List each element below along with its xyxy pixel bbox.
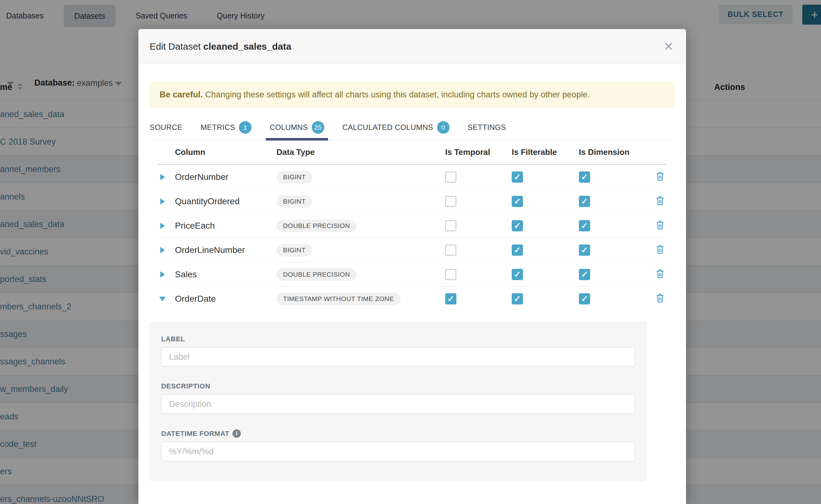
is-dimension-checkbox[interactable] bbox=[579, 293, 590, 304]
warning-text: Changing these settings will affect all … bbox=[203, 90, 590, 99]
trash-icon bbox=[655, 171, 665, 181]
modal-title-dataset-name: cleaned_sales_data bbox=[203, 41, 291, 52]
tab-settings-label: SETTINGS bbox=[468, 123, 506, 132]
trash-icon bbox=[655, 293, 665, 303]
is-temporal-checkbox[interactable] bbox=[445, 171, 457, 183]
label-field-label: LABEL bbox=[161, 335, 635, 343]
trash-icon bbox=[655, 269, 665, 279]
data-type-pill: DOUBLE PRECISION bbox=[276, 220, 356, 232]
tab-settings[interactable]: SETTINGS bbox=[468, 114, 506, 140]
is-temporal-checkbox[interactable] bbox=[445, 220, 457, 231]
is-filterable-checkbox[interactable] bbox=[512, 171, 523, 183]
tab-calculated-columns[interactable]: CALCULATED COLUMNS 0 bbox=[342, 114, 450, 140]
column-name: QuantityOrdered bbox=[175, 196, 276, 206]
column-name: Sales bbox=[175, 269, 276, 279]
data-type-pill: DOUBLE PRECISION bbox=[276, 268, 356, 281]
is-dimension-checkbox[interactable] bbox=[579, 245, 590, 256]
tab-source-label: SOURCE bbox=[150, 123, 182, 132]
is-filterable-header: Is Filterable bbox=[512, 147, 579, 157]
expand-caret-icon[interactable] bbox=[160, 174, 165, 180]
data-type-pill: BIGINT bbox=[276, 171, 312, 183]
warning-banner: Be careful. Changing these settings will… bbox=[150, 82, 675, 108]
is-temporal-checkbox[interactable] bbox=[445, 269, 457, 280]
delete-column-button[interactable] bbox=[655, 269, 665, 280]
expand-caret-icon[interactable] bbox=[160, 223, 165, 229]
tab-source[interactable]: SOURCE bbox=[150, 114, 182, 140]
datetime-format-input[interactable] bbox=[161, 442, 635, 461]
datetime-format-field-label: DATETIME FORMAT i bbox=[161, 429, 635, 438]
column-row-quantityordered: QuantityOrdered BIGINT bbox=[158, 189, 667, 214]
collapse-caret-icon[interactable] bbox=[159, 297, 166, 301]
columns-table: Column Data Type Is Temporal Is Filterab… bbox=[158, 141, 667, 311]
trash-icon bbox=[655, 196, 665, 206]
columns-count-badge: 25 bbox=[312, 121, 324, 134]
calculated-columns-count-badge: 0 bbox=[437, 121, 450, 134]
columns-table-header: Column Data Type Is Temporal Is Filterab… bbox=[158, 141, 667, 165]
is-temporal-checkbox[interactable] bbox=[445, 293, 457, 304]
expand-caret-icon[interactable] bbox=[160, 247, 165, 253]
is-filterable-checkbox[interactable] bbox=[512, 269, 523, 280]
expand-caret-icon[interactable] bbox=[160, 198, 165, 205]
is-dimension-checkbox[interactable] bbox=[579, 269, 590, 280]
data-type-header: Data Type bbox=[276, 147, 445, 157]
tab-metrics[interactable]: METRICS 1 bbox=[200, 114, 251, 140]
column-row-ordernumber: OrderNumber BIGINT bbox=[158, 165, 667, 189]
trash-icon bbox=[655, 220, 665, 230]
column-row-sales: Sales DOUBLE PRECISION bbox=[158, 262, 667, 287]
modal-title: Edit Dataset cleaned_sales_data bbox=[150, 41, 291, 52]
column-name: OrderNumber bbox=[175, 172, 276, 182]
is-dimension-header: Is Dimension bbox=[579, 147, 654, 157]
modal-tabbar: SOURCE METRICS 1 COLUMNS 25 CALCULATED C… bbox=[150, 114, 675, 141]
column-header: Column bbox=[175, 147, 276, 157]
expand-caret-icon[interactable] bbox=[160, 271, 165, 278]
label-input[interactable] bbox=[161, 347, 635, 367]
columns-table-body: OrderNumber BIGINT QuantityOrdered BIGIN… bbox=[158, 165, 667, 311]
is-temporal-checkbox[interactable] bbox=[445, 196, 457, 207]
delete-column-button[interactable] bbox=[655, 171, 665, 183]
orderdate-expanded-panel: LABEL DESCRIPTION DATETIME FORMAT i bbox=[150, 322, 647, 482]
description-input[interactable] bbox=[161, 394, 635, 414]
column-row-orderdate: OrderDate TIMESTAMP WITHOUT TIME ZONE bbox=[158, 287, 667, 311]
is-dimension-checkbox[interactable] bbox=[579, 196, 590, 207]
tab-metrics-label: METRICS bbox=[200, 123, 235, 132]
is-filterable-checkbox[interactable] bbox=[512, 196, 523, 207]
modal-header: Edit Dataset cleaned_sales_data ✕ bbox=[138, 29, 686, 64]
delete-column-button[interactable] bbox=[655, 196, 665, 207]
is-temporal-header: Is Temporal bbox=[445, 147, 512, 157]
column-name: PriceEach bbox=[175, 221, 276, 231]
is-temporal-checkbox[interactable] bbox=[445, 245, 457, 256]
column-name: OrderDate bbox=[175, 294, 276, 304]
page: Databases Datasets Saved Queries Query H… bbox=[0, 0, 821, 504]
edit-dataset-modal: Edit Dataset cleaned_sales_data ✕ Be car… bbox=[138, 29, 686, 504]
column-name: OrderLineNumber bbox=[175, 245, 276, 255]
is-dimension-checkbox[interactable] bbox=[579, 220, 590, 231]
column-row-priceeach: PriceEach DOUBLE PRECISION bbox=[158, 214, 667, 238]
tab-columns[interactable]: COLUMNS 25 bbox=[269, 114, 324, 140]
data-type-pill: BIGINT bbox=[276, 244, 312, 256]
delete-column-button[interactable] bbox=[655, 293, 665, 304]
is-dimension-checkbox[interactable] bbox=[579, 171, 590, 183]
column-row-orderlinenumber: OrderLineNumber BIGINT bbox=[158, 238, 667, 262]
delete-column-button[interactable] bbox=[655, 245, 665, 256]
data-type-pill: BIGINT bbox=[276, 195, 312, 208]
data-type-pill: TIMESTAMP WITHOUT TIME ZONE bbox=[276, 293, 400, 305]
is-filterable-checkbox[interactable] bbox=[512, 220, 523, 231]
tab-calculated-columns-label: CALCULATED COLUMNS bbox=[342, 123, 433, 132]
tab-columns-label: COLUMNS bbox=[269, 123, 308, 132]
metrics-count-badge: 1 bbox=[239, 121, 251, 134]
modal-title-prefix: Edit Dataset bbox=[150, 41, 200, 52]
is-filterable-checkbox[interactable] bbox=[512, 245, 523, 256]
close-icon[interactable]: ✕ bbox=[664, 41, 674, 52]
description-field-label: DESCRIPTION bbox=[161, 382, 635, 390]
delete-column-button[interactable] bbox=[655, 220, 665, 231]
trash-icon bbox=[655, 245, 665, 254]
is-filterable-checkbox[interactable] bbox=[512, 293, 523, 304]
warning-bold-text: Be careful. bbox=[160, 90, 203, 99]
info-icon[interactable]: i bbox=[232, 429, 241, 438]
